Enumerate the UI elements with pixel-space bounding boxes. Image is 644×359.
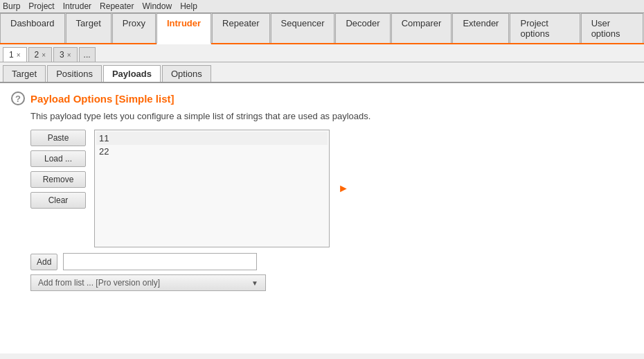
add-from-list-button[interactable]: Add from list ... [Pro version only] ▼ [30, 274, 266, 291]
paste-button[interactable]: Paste [30, 130, 86, 146]
instance-tab-2-label: 2 [35, 50, 39, 60]
tab-dashboard[interactable]: Dashboard [0, 13, 65, 43]
list-item: 11 [96, 132, 328, 145]
tab-repeater[interactable]: Repeater [212, 13, 269, 43]
dropdown-arrow-icon: ▼ [251, 279, 258, 287]
tab-target[interactable]: Target [66, 13, 111, 43]
menu-project[interactable]: Project [28, 1, 54, 11]
menu-burp[interactable]: Burp [3, 1, 20, 11]
instance-tab-3-label: 3 [60, 50, 64, 60]
list-item: 22 [96, 145, 328, 158]
arrow-right-icon: ► [338, 182, 349, 195]
menu-bar: Burp Project Intruder Repeater Window He… [0, 0, 644, 13]
tab-proxy[interactable]: Proxy [112, 13, 156, 43]
clear-button[interactable]: Clear [30, 192, 86, 209]
list-container: 11 22 ► [94, 130, 349, 247]
instance-tab-2[interactable]: 2 × [28, 47, 53, 62]
tab-decoder[interactable]: Decoder [335, 13, 390, 43]
payload-list[interactable]: 11 22 [94, 130, 330, 247]
add-from-list-label: Add from list ... [Pro version only] [38, 278, 160, 288]
menu-help[interactable]: Help [180, 1, 197, 11]
help-icon[interactable]: ? [11, 91, 25, 105]
instance-tab-bar: 1 × 2 × 3 × ... [0, 44, 644, 62]
instance-tab-more-label: ... [84, 50, 91, 60]
menu-repeater[interactable]: Repeater [100, 1, 134, 11]
load-button[interactable]: Load ... [30, 150, 86, 167]
section-header: ? Payload Options [Simple list] [11, 91, 633, 105]
instance-tab-2-close[interactable]: × [42, 51, 46, 59]
inner-tab-bar: Target Positions Payloads Options [0, 62, 644, 83]
instance-tab-3[interactable]: 3 × [53, 47, 78, 62]
section-description: This payload type lets you configure a s… [30, 111, 633, 121]
payload-buttons: Paste Load ... Remove Clear [30, 130, 86, 209]
tab-project-options[interactable]: Project options [510, 13, 580, 43]
instance-tab-1-label: 1 [9, 50, 14, 60]
inner-tab-target[interactable]: Target [3, 65, 46, 82]
tab-sequencer[interactable]: Sequencer [271, 13, 335, 43]
tab-extender[interactable]: Extender [452, 13, 509, 43]
add-from-list-row: Add from list ... [Pro version only] ▼ [30, 274, 633, 291]
menu-intruder[interactable]: Intruder [63, 1, 91, 11]
remove-button[interactable]: Remove [30, 171, 86, 188]
tab-user-options[interactable]: User options [581, 13, 643, 43]
main-tab-bar: Dashboard Target Proxy Intruder Repeater… [0, 13, 644, 44]
add-row: Add [30, 253, 633, 270]
instance-tab-3-close[interactable]: × [67, 51, 71, 59]
add-button[interactable]: Add [30, 254, 57, 270]
main-content: ? Payload Options [Simple list] This pay… [0, 83, 644, 353]
add-input[interactable] [63, 253, 257, 270]
section-title: Payload Options [Simple list] [30, 93, 175, 105]
inner-tab-positions[interactable]: Positions [47, 65, 102, 82]
tab-comparer[interactable]: Comparer [391, 13, 452, 43]
instance-tab-1[interactable]: 1 × [3, 47, 27, 62]
instance-tab-1-close[interactable]: × [17, 51, 21, 59]
payload-area: Paste Load ... Remove Clear 11 22 ► [30, 130, 633, 247]
instance-tab-more[interactable]: ... [79, 47, 96, 62]
tab-intruder[interactable]: Intruder [156, 13, 211, 44]
inner-tab-payloads[interactable]: Payloads [103, 65, 161, 82]
inner-tab-options[interactable]: Options [162, 65, 211, 82]
menu-window[interactable]: Window [142, 1, 172, 11]
